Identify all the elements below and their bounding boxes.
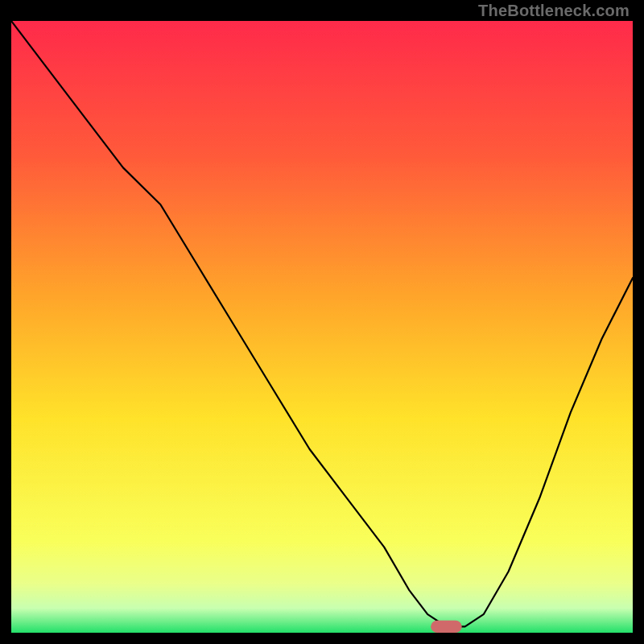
gradient-background [11, 21, 633, 633]
chart-svg [11, 21, 633, 633]
plot-area [11, 21, 633, 633]
optimal-marker [431, 621, 462, 633]
watermark-text: TheBottleneck.com [478, 2, 630, 20]
chart-frame: TheBottleneck.com [0, 0, 644, 644]
